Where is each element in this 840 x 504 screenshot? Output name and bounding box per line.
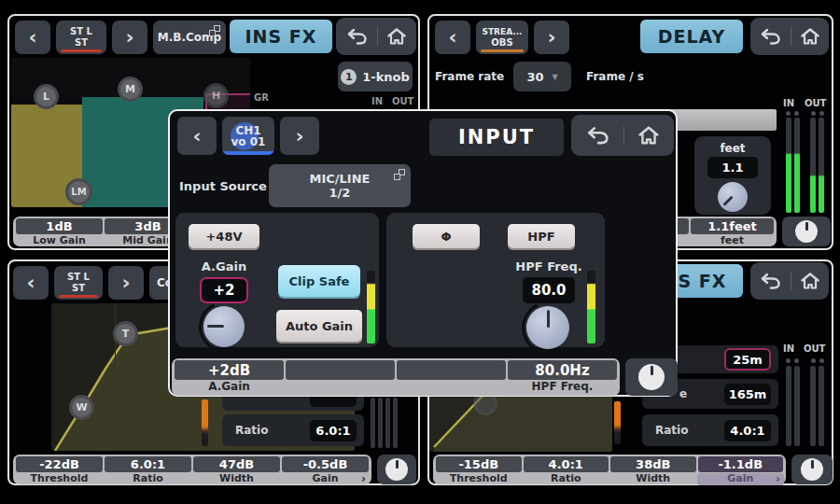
undo-icon (759, 27, 781, 46)
high-band-node[interactable]: H (203, 83, 229, 108)
width-node[interactable]: W (69, 395, 94, 420)
param-cell[interactable] (286, 360, 395, 380)
frame-rate-dropdown[interactable]: 30 ▼ (513, 62, 571, 91)
param-cell-width[interactable]: 47dB (193, 456, 280, 472)
phase-button[interactable]: Φ (413, 224, 480, 248)
channel-select-button[interactable]: CH1 vo 01 (222, 117, 274, 155)
channel-select-button[interactable]: ST L ST (56, 21, 106, 54)
clip-indicator (369, 262, 373, 267)
channel-name: ST L (67, 272, 90, 283)
ratio-value[interactable]: 6.0:1 (310, 420, 357, 441)
library-button[interactable]: M.B.Comp (153, 21, 226, 54)
more-chevron-icon[interactable]: › (361, 473, 366, 484)
more-chevron-icon[interactable]: › (776, 473, 780, 484)
prev-channel-button[interactable]: ‹ (15, 21, 50, 54)
in-label: IN (371, 96, 383, 106)
home-button[interactable] (386, 27, 407, 46)
in-label: IN (783, 343, 794, 354)
undo-icon (759, 272, 781, 290)
prev-channel-button[interactable]: ‹ (177, 117, 217, 155)
ratio-value[interactable]: 4.0:1 (724, 420, 771, 441)
low-band-node[interactable]: L (34, 84, 59, 109)
param-cell-ratio[interactable]: 6.0:1 (105, 456, 191, 472)
param-cell-gain[interactable]: -0.5dB (282, 456, 369, 472)
phantom-48v-button[interactable]: +48V (189, 224, 259, 248)
analog-gain-label: A.Gain (191, 259, 257, 273)
low-mid-node[interactable]: LM (65, 178, 92, 205)
next-channel-button[interactable]: › (534, 21, 569, 54)
analog-gain-value[interactable]: +2 (200, 277, 248, 303)
param-cell-hpf-freq[interactable]: 80.0Hz (508, 360, 617, 380)
knob-icon (795, 220, 818, 243)
channel-select-button[interactable]: ST L ST (54, 266, 103, 300)
param-cell-low-gain[interactable]: 1dB (16, 218, 103, 234)
back-button[interactable] (345, 27, 368, 46)
out-meter (819, 366, 824, 446)
touch-and-turn-button[interactable] (782, 217, 831, 246)
gr-meter (202, 399, 208, 446)
back-button[interactable] (585, 125, 609, 146)
next-channel-button[interactable]: › (108, 266, 144, 300)
channel-name-2: OBS (491, 37, 512, 49)
channel-name: STREA... (482, 26, 522, 37)
touch-and-turn-button[interactable] (377, 455, 416, 484)
param-cell-width[interactable]: 38dB (610, 456, 696, 472)
channel-name: ST L (70, 26, 92, 37)
param-cell-feet[interactable]: 1.1feet (691, 218, 774, 234)
channel-color-bar (481, 49, 524, 52)
next-channel-button[interactable]: › (280, 117, 319, 155)
param-bar: -22dB 6.0:1 47dB -0.5dB Threshold Ratio … (13, 455, 371, 484)
param-label: Gain› (281, 473, 370, 485)
in-meter (794, 118, 800, 213)
home-button[interactable] (637, 125, 660, 146)
param-cell-ratio[interactable]: 4.0:1 (524, 456, 609, 472)
screen-title-delay[interactable]: DELAY (640, 20, 743, 53)
prev-channel-button[interactable]: ‹ (435, 21, 470, 54)
release-value[interactable]: 165m (724, 384, 771, 405)
prev-channel-button[interactable]: ‹ (13, 266, 49, 300)
clip-indicator (786, 111, 791, 116)
hpf-freq-value[interactable]: 80.0 (523, 277, 575, 303)
out-meter (810, 118, 816, 213)
in-meter (794, 366, 800, 446)
home-icon (800, 272, 820, 290)
home-icon (386, 27, 407, 46)
next-channel-button[interactable]: › (112, 21, 147, 54)
param-cell-again[interactable]: +2dB (175, 360, 284, 380)
param-cell-threshold[interactable]: -22dB (16, 456, 103, 472)
hpf-button[interactable]: HPF (508, 224, 575, 248)
param-label: Threshold (435, 473, 523, 485)
param-label (396, 381, 507, 395)
param-cell[interactable] (397, 360, 506, 380)
param-bar: +2dB 80.0Hz A.Gain HPF Freq. (172, 358, 620, 396)
channel-select-button[interactable]: STREA... OBS (476, 21, 528, 54)
touch-and-turn-button[interactable] (625, 358, 678, 396)
chevron-left-icon: ‹ (26, 273, 35, 293)
back-button[interactable] (759, 27, 781, 46)
undo-icon (585, 125, 609, 146)
mid-band-node[interactable]: M (118, 77, 143, 102)
attack-value[interactable]: 25m (724, 348, 771, 371)
out-meter (819, 118, 824, 213)
out-label: OUT (392, 96, 413, 106)
undo-icon (345, 27, 368, 46)
input-source-button[interactable]: MIC/LINE 1/2 (269, 164, 411, 207)
clip-safe-button[interactable]: Clip Safe (278, 265, 360, 297)
back-button[interactable] (759, 272, 781, 290)
threshold-node[interactable]: T (113, 321, 138, 346)
feet-knob[interactable] (718, 182, 748, 212)
nav-group (336, 18, 416, 55)
auto-gain-button[interactable]: Auto Gain (276, 310, 362, 342)
param-cell-threshold[interactable]: -15dB (436, 456, 522, 472)
screen-title-ins-fx[interactable]: INS FX (230, 20, 332, 53)
one-knob-button[interactable]: 1 1-knob (338, 62, 413, 91)
clip-indicator (794, 358, 799, 363)
touch-and-turn-button[interactable] (791, 455, 833, 484)
in-meter (786, 366, 791, 446)
hpf-freq-knob[interactable] (526, 306, 569, 349)
copy-icon (209, 25, 220, 36)
home-button[interactable] (800, 27, 820, 46)
param-cell-gain-selected[interactable]: -1.1dB (698, 456, 784, 472)
home-button[interactable] (800, 272, 820, 290)
analog-gain-knob[interactable] (203, 306, 245, 347)
